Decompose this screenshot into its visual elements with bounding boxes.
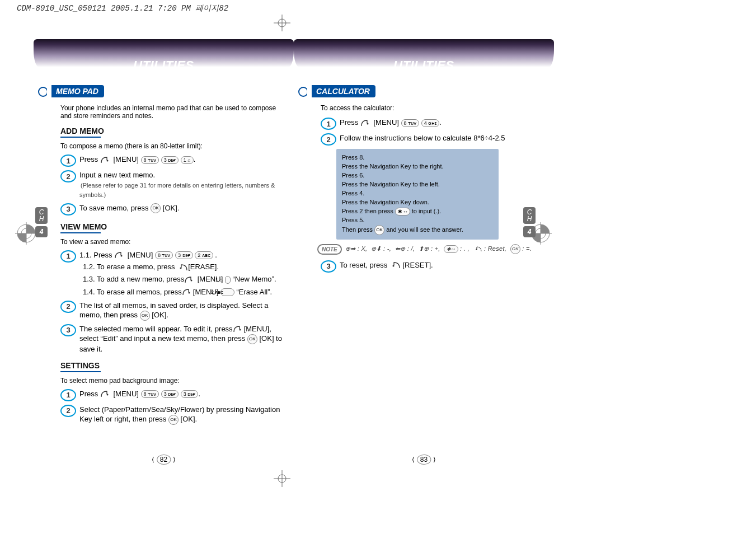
calc-line: Press 6. (342, 171, 493, 180)
section-tag-label: CALCULATOR (312, 85, 375, 97)
key-3-icon: 3 ᴅᴇғ (161, 156, 179, 164)
step-text: The list of all memos, in saved order, i… (79, 301, 283, 321)
ok-key-icon: OK (510, 244, 520, 254)
page-header: UTILITIES (34, 45, 294, 73)
step-number-icon: 2 (60, 405, 76, 417)
section-tag: MEMO PAD (38, 85, 104, 97)
step-row: 3 To save memo, press OK [OK]. (60, 203, 283, 216)
section-intro: Your phone includes an internal memo pad… (60, 104, 283, 120)
substep: 1.4. To erase all memos, press[MENU] 2 ᴀ… (95, 287, 283, 297)
step-number-icon: 1 (60, 154, 76, 167)
step-number-icon: 2 (60, 170, 76, 182)
step-row: 2 Input a new text memo.(Please refer to… (60, 170, 283, 200)
page-title: UTILITIES (294, 58, 554, 73)
step-text: Press [MENU] 8 ᴛᴜᴠ 4 ɢʜɪ. (340, 118, 543, 128)
calc-line: Press the Navigation Key to the left. (342, 180, 493, 189)
left-softkey-icon (100, 156, 111, 164)
calc-line: Press 2 then press ✱ ◦◦ to input (.). (342, 207, 493, 216)
heading-underline (60, 371, 101, 372)
step-text: 1.1. Press [MENU] 8 ᴛᴜᴠ 3 ᴅᴇғ 2 ᴀʙᴄ . 1.… (79, 250, 283, 297)
key-8-icon: 8 ᴛᴜᴠ (141, 156, 159, 164)
registration-mark-top (274, 15, 290, 31)
step-text: Input a new text memo.(Please refer to p… (79, 170, 283, 200)
registration-mark-bottom (274, 470, 290, 487)
job-info-line: CDM-8910_USC_050121 2005.1.21 7:20 PM 페이… (17, 3, 228, 13)
step-number-icon: 2 (321, 133, 336, 146)
subsection-intro: To compose a memo (there is an 80-letter… (60, 142, 283, 150)
step-row: 3 The selected memo will appear. To edit… (60, 324, 283, 354)
step-number-icon: 1 (60, 250, 76, 263)
step-text: To save memo, press OK [OK]. (79, 203, 283, 214)
key-3-icon: 3 ᴅᴇғ (161, 390, 179, 398)
calc-line: Press 8. (342, 153, 493, 162)
step-row: 2 Follow the instructions below to calcu… (321, 133, 543, 146)
ok-key-icon: OK (168, 415, 179, 425)
svg-point-15 (121, 255, 123, 257)
key-1-icon: 1 ⌂ (181, 156, 194, 164)
step-text: Press [MENU] 8 ᴛᴜᴠ 3 ᴅᴇғ 1 ⌂. (79, 154, 283, 165)
calc-line: Then press OK and you will see the answe… (342, 225, 493, 235)
step-number-icon: 2 (60, 301, 76, 313)
svg-point-20 (106, 394, 108, 396)
step-row: 1 1.1. Press [MENU] 8 ᴛᴜᴠ 3 ᴅᴇғ 2 ᴀʙᴄ . … (60, 250, 283, 297)
key-4-icon: 4 ɢʜɪ (421, 119, 440, 127)
subsection-heading-settings: SETTINGS (60, 361, 283, 370)
subsection-intro: To view a saved memo: (60, 238, 283, 246)
left-softkey-icon (233, 325, 244, 333)
step-text: Select (Paper/Pattern/Sea/Sky/Flower) by… (79, 405, 283, 425)
page-header: UTILITIES (294, 45, 554, 73)
step-row: 1 Press [MENU] 8 ᴛᴜᴠ 3 ᴅᴇғ 3 ᴅᴇғ. (60, 389, 283, 401)
note-badge: NOTE (317, 244, 342, 255)
svg-point-22 (476, 249, 477, 250)
right-softkey-icon (473, 246, 482, 252)
heading-underline (60, 137, 101, 138)
step-number-icon: 3 (60, 324, 76, 336)
note-callout: NOTE ⊕➡ : X, ⊕⬇ : -, ⬅⊕ : /, ⬆⊕ : +, ✱◦◦… (317, 244, 543, 255)
key-1-icon: 1 ⌂ (225, 276, 231, 284)
section-tag-label: MEMO PAD (51, 85, 104, 97)
page-number: ⟨82⟩ (152, 455, 176, 465)
note-text: ⊕➡ : X, ⊕⬇ : -, ⬅⊕ : /, ⬆⊕ : +, ✱◦◦ : . … (345, 244, 532, 254)
ok-key-icon: OK (151, 203, 161, 213)
key-star-icon: ✱◦◦ (444, 245, 458, 253)
subsection-heading-view: VIEW MEMO (60, 222, 283, 231)
svg-point-17 (191, 279, 192, 281)
calc-line: Press the Navigation Key down. (342, 198, 493, 207)
left-softkey-icon (360, 119, 372, 127)
key-2-icon: 2 ᴀʙᴄ (195, 251, 213, 259)
svg-point-16 (180, 267, 182, 269)
subsection-heading-add: ADD MEMO (60, 127, 283, 135)
section-intro: To access the calculator: (321, 104, 543, 112)
step-row: 2 Select (Paper/Pattern/Sea/Sky/Flower) … (60, 405, 283, 425)
right-softkey-icon (177, 264, 188, 271)
calc-line: Press the Navigation Key to the right. (342, 162, 493, 171)
svg-point-14 (106, 160, 108, 161)
key-8-icon: 8 ᴛᴜᴠ (141, 390, 159, 398)
key-star-icon: ✱ ◦◦ (395, 208, 410, 216)
calculation-example-box: Press 8. Press the Navigation Key to the… (336, 149, 499, 240)
calc-line: Press 4. (342, 189, 493, 198)
calc-line: Press 5. (342, 216, 493, 225)
step-row: 1 Press [MENU] 8 ᴛᴜᴠ 4 ɢʜɪ. (321, 118, 543, 130)
left-softkey-icon (184, 276, 195, 284)
step-row: 1 Press [MENU] 8 ᴛᴜᴠ 3 ᴅᴇғ 1 ⌂. (60, 154, 283, 167)
step-number-icon: 3 (321, 260, 336, 273)
page-right: UTILITIES CALCULATOR To access the calcu… (294, 34, 554, 459)
left-softkey-icon (182, 288, 193, 296)
step-number-icon: 3 (60, 203, 76, 216)
left-softkey-icon (114, 251, 125, 259)
subsection-intro: To select memo pad background image: (60, 377, 283, 385)
key-8-icon: 8 ᴛᴜᴠ (401, 119, 420, 127)
left-softkey-icon (100, 390, 111, 398)
page-title: UTILITIES (34, 58, 294, 73)
page-left: UTILITIES MEMO PAD Your phone includes a… (34, 34, 294, 459)
section-tag: CALCULATOR (298, 85, 375, 97)
step-row: 3 To reset, press [RESET]. (321, 260, 543, 273)
svg-point-19 (239, 329, 241, 331)
step-number-icon: 1 (321, 118, 336, 130)
page-spread: UTILITIES MEMO PAD Your phone includes a… (34, 34, 554, 459)
key-3-icon: 3 ᴅᴇғ (181, 390, 199, 398)
step-text: Follow the instructions below to calcula… (340, 133, 543, 143)
step-text: Press [MENU] 8 ᴛᴜᴠ 3 ᴅᴇғ 3 ᴅᴇғ. (79, 389, 283, 399)
substep: 1.3. To add a new memo, press [MENU] 1 ⌂… (95, 274, 283, 284)
